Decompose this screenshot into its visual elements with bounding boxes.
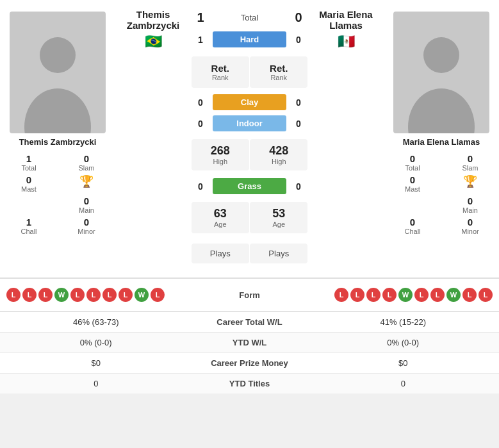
right-total-value: 0	[410, 153, 415, 164]
career-wl-right: 41% (15-22)	[314, 317, 493, 327]
left-high-value: 268	[195, 144, 245, 158]
left-main-label: Main	[79, 206, 94, 214]
left-trophy-stat: 🏆	[60, 174, 113, 193]
ytd-titles-row: 0 YTD Titles 0	[0, 373, 499, 394]
left-total-stat: 1 Total	[3, 153, 55, 172]
left-mast-label: Mast	[21, 185, 37, 193]
hard-row: 1 Hard 0	[191, 29, 308, 50]
career-prize-left: $0	[6, 358, 186, 368]
svg-point-3	[408, 88, 475, 133]
left-plays-label: Plays	[195, 249, 245, 258]
hard-left: 1	[191, 35, 210, 45]
hard-right: 0	[289, 35, 308, 45]
clay-left: 0	[191, 97, 210, 108]
left-high-label: High	[195, 158, 245, 165]
left-player-avatar	[10, 12, 106, 133]
total-left-score: 1	[191, 10, 210, 25]
left-minor-value: 0	[84, 217, 89, 228]
right-high-box: 428 High	[250, 139, 307, 170]
right-plays-box: Plays	[250, 244, 307, 263]
right-player-avatar	[393, 12, 489, 133]
left-player-name: Themis Zambrzycki	[19, 137, 97, 147]
career-prize-label: Career Prize Money	[186, 358, 314, 368]
total-label: Total	[210, 13, 289, 22]
right-age-box: 53 Age	[250, 202, 307, 233]
left-rank-label: Rank	[197, 74, 244, 81]
right-form-badge-l: L	[366, 288, 380, 302]
left-main-value: 0	[84, 195, 89, 206]
left-main-stat: 0 Main	[60, 195, 113, 214]
right-mast-stat: 0 Mast	[386, 174, 439, 193]
left-slam-value: 0	[84, 153, 89, 164]
right-trophy-stat: 🏆	[444, 174, 496, 193]
left-plays-box: Plays	[192, 244, 249, 263]
career-wl-label: Career Total W/L	[186, 317, 314, 327]
svg-point-2	[423, 37, 459, 73]
clay-badge: Clay	[213, 94, 286, 110]
right-form-badge-l: L	[414, 288, 429, 302]
form-label: Form	[165, 290, 334, 300]
right-form-badge-l: L	[382, 288, 397, 302]
right-high-label: High	[254, 158, 304, 165]
right-form-badge-w: W	[446, 288, 461, 302]
right-main-value: 0	[468, 195, 473, 206]
form-section: LLLWLLLLWL Form LLLLWLLWLL	[0, 278, 499, 311]
left-rank-value: Ret.	[197, 63, 244, 74]
right-mast-value: 0	[410, 174, 415, 185]
left-rank-box: Ret. Rank	[192, 56, 249, 88]
ytd-wl-right: 0% (0-0)	[314, 338, 493, 347]
total-right-score: 0	[289, 10, 308, 25]
left-high-box: 268 High	[192, 139, 249, 170]
left-player-card: Themis Zambrzycki 1 Total 0 Slam 0 Mast …	[0, 6, 115, 271]
right-age-value: 53	[254, 207, 304, 220]
form-row: LLLWLLLLWL Form LLLLWLLWLL	[0, 284, 499, 306]
left-minor-label: Minor	[78, 228, 95, 235]
main-container: Themis Zambrzycki 1 Total 0 Slam 0 Mast …	[0, 0, 499, 394]
left-age-label: Age	[195, 220, 245, 228]
left-form-badge-l: L	[151, 288, 165, 302]
career-prize-right: $0	[314, 358, 493, 368]
left-age-value: 63	[195, 207, 245, 220]
career-wl-left: 46% (63-73)	[6, 317, 186, 327]
right-player-card: Maria Elena Llamas 0 Total 0 Slam 0 Mast…	[384, 6, 499, 271]
svg-point-0	[40, 37, 76, 73]
left-slam-stat: 0 Slam	[60, 153, 113, 172]
right-minor-value: 0	[468, 217, 473, 228]
right-form-badge-l: L	[350, 288, 364, 302]
right-flag: 🇲🇽	[311, 33, 381, 50]
right-rank-box: Ret. Rank	[250, 56, 307, 88]
player-section: Themis Zambrzycki 1 Total 0 Slam 0 Mast …	[0, 0, 499, 278]
grass-right: 0	[289, 181, 308, 192]
left-age-box: 63 Age	[192, 202, 249, 233]
left-form-badge-l: L	[70, 288, 85, 302]
right-rank-value: Ret.	[255, 63, 302, 74]
right-chall-stat: 0 Chall	[386, 217, 439, 235]
ytd-titles-right: 0	[314, 379, 493, 388]
left-form-badges: LLLWLLLLWL	[6, 288, 165, 302]
left-slam-label: Slam	[78, 164, 94, 172]
indoor-right: 0	[289, 119, 308, 129]
right-form-badge-w: W	[398, 288, 413, 302]
left-form-badge-l: L	[22, 288, 37, 302]
indoor-row: 0 Indoor 0	[191, 113, 308, 134]
left-flag: 🇧🇷	[118, 33, 188, 50]
grass-row: 0 Grass 0	[191, 176, 308, 197]
left-mast-stat: 0 Mast	[3, 174, 55, 193]
right-chall-label: Chall	[404, 228, 420, 235]
right-minor-label: Minor	[461, 228, 479, 235]
right-form-badges: LLLLWLLWLL	[334, 288, 493, 302]
left-minor-stat: 0 Minor	[60, 217, 113, 235]
left-form-badge-l: L	[102, 288, 117, 302]
right-total-label: Total	[405, 164, 420, 172]
right-chall-value: 0	[410, 217, 415, 228]
right-slam-stat: 0 Slam	[444, 153, 496, 172]
right-age-label: Age	[254, 220, 304, 228]
ytd-titles-label: YTD Titles	[186, 379, 314, 388]
left-trophy-icon: 🏆	[79, 174, 94, 188]
left-form-badge-l: L	[6, 288, 20, 302]
middle-col: ThemisZambrzycki 🇧🇷 1 Total 0 1 H	[115, 6, 384, 271]
right-main-stat: 0 Main	[444, 195, 496, 214]
grass-badge: Grass	[213, 178, 286, 194]
left-chall-label: Chall	[20, 228, 37, 235]
right-mast-label: Mast	[405, 185, 420, 193]
